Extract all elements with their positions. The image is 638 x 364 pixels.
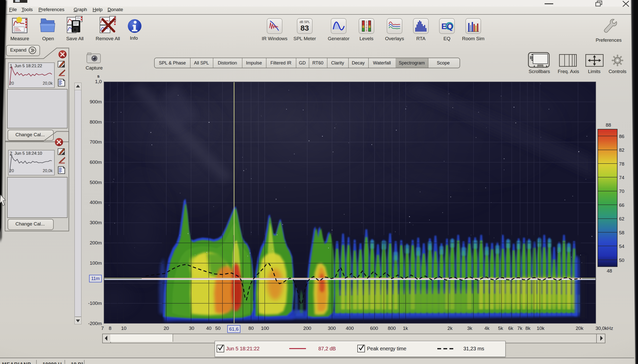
svg-text:3: 3 [366, 24, 367, 26]
svg-text:9: 9 [366, 29, 367, 32]
svg-text:EQ: EQ [441, 22, 453, 31]
svg-text:dB SPL: dB SPL [300, 20, 310, 24]
svg-text:83: 83 [300, 24, 309, 32]
svg-text:6: 6 [366, 26, 367, 29]
svg-text:0: 0 [366, 21, 367, 24]
